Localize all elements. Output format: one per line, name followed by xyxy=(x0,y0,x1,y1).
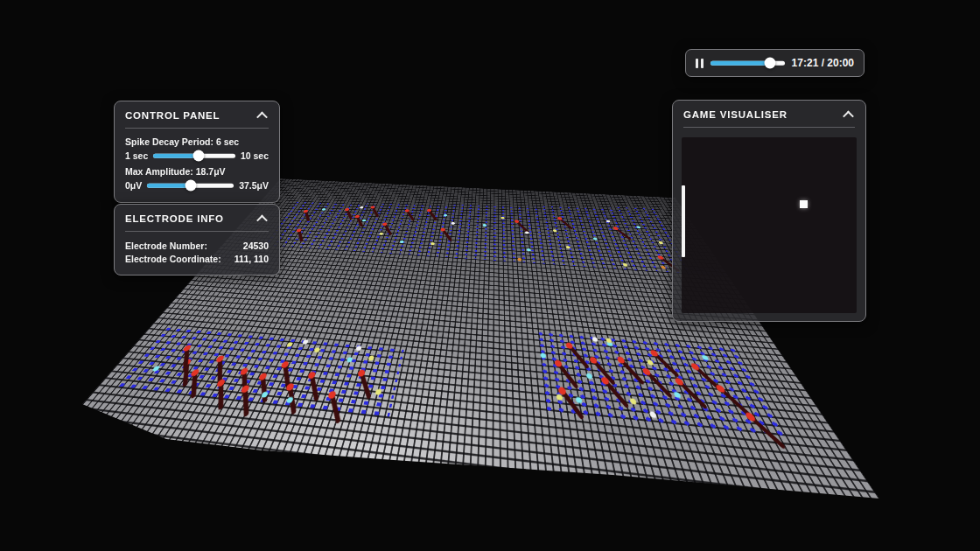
control-panel: CONTROL PANEL Spike Decay Period: 6 sec … xyxy=(114,101,280,203)
game-visualiser-panel: GAME VISUALISER xyxy=(672,100,866,322)
max-amplitude-slider-thumb[interactable] xyxy=(185,180,196,192)
electrode-coordinate-value: 111, 110 xyxy=(234,254,269,264)
playback-time: 17:21 / 20:00 xyxy=(792,57,854,69)
pong-game-area xyxy=(682,137,857,313)
spike-decay-min-label: 1 sec xyxy=(125,150,148,161)
pause-button[interactable] xyxy=(696,59,704,68)
control-panel-collapse-button[interactable] xyxy=(255,109,269,122)
app-canvas: 17:21 / 20:00 CONTROL PANEL Spike Decay … xyxy=(0,0,980,551)
game-visualiser-header: GAME VISUALISER xyxy=(673,101,865,127)
playback-slider-fill xyxy=(710,61,770,66)
spike-decay-slider[interactable] xyxy=(153,150,235,162)
playback-slider[interactable] xyxy=(710,57,785,69)
playback-bar: 17:21 / 20:00 xyxy=(685,49,864,77)
spike-decay-label: Spike Decay Period: 6 sec xyxy=(125,136,269,147)
spike-decay-slider-thumb[interactable] xyxy=(192,150,204,162)
max-amplitude-min-label: 0μV xyxy=(125,180,142,191)
electrode-region-left-patch xyxy=(114,325,404,418)
electrode-region-top-band xyxy=(262,190,696,274)
pong-ball xyxy=(800,200,808,208)
spike-decay-max-label: 10 sec xyxy=(241,150,269,161)
control-panel-title: CONTROL PANEL xyxy=(125,110,220,121)
max-amplitude-label: Max Amplitude: 18.7μV xyxy=(125,166,269,177)
electrode-coordinate-row: Electrode Coordinate: 111, 110 xyxy=(125,254,269,264)
chevron-up-icon xyxy=(256,111,268,122)
max-amplitude-slider[interactable] xyxy=(147,179,234,192)
electrode-number-label: Electrode Number: xyxy=(125,241,207,251)
divider xyxy=(683,127,855,128)
electrode-region-right-patch xyxy=(536,331,788,439)
electrode-number-value: 24530 xyxy=(243,241,269,251)
electrode-info-panel: ELECTRODE INFO Electrode Number: 24530 E… xyxy=(114,204,280,276)
max-amplitude-max-label: 37.5μV xyxy=(239,180,269,191)
game-visualiser-collapse-button[interactable] xyxy=(841,108,855,121)
control-panel-header: CONTROL PANEL xyxy=(115,101,279,128)
playback-slider-thumb[interactable] xyxy=(764,58,775,69)
game-visualiser-title: GAME VISUALISER xyxy=(683,109,788,120)
electrode-info-collapse-button[interactable] xyxy=(255,213,269,225)
chevron-up-icon xyxy=(256,214,268,226)
electrode-info-title: ELECTRODE INFO xyxy=(125,213,224,224)
spike-decay-slider-fill xyxy=(153,154,198,158)
electrode-coordinate-label: Electrode Coordinate: xyxy=(125,254,221,264)
chevron-up-icon xyxy=(843,110,854,122)
electrode-info-header: ELECTRODE INFO xyxy=(115,205,279,231)
pong-paddle xyxy=(682,185,685,257)
electrode-number-row: Electrode Number: 24530 xyxy=(125,241,269,251)
